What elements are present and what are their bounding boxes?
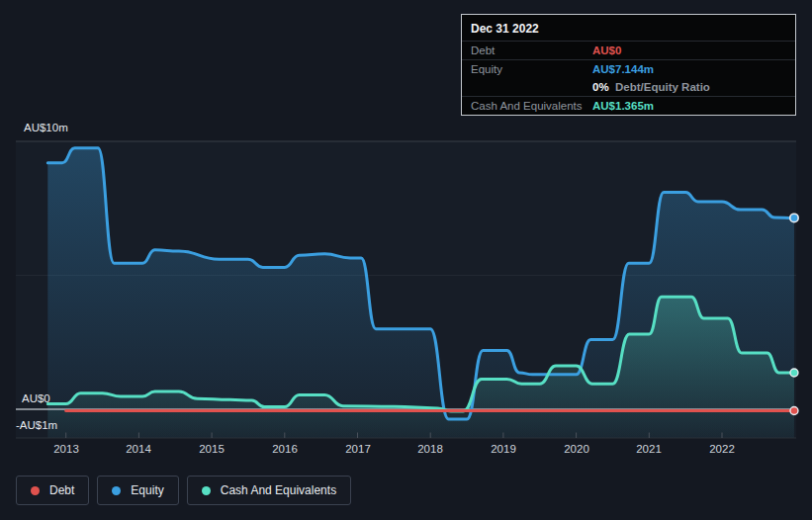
tooltip-debt-row: Debt AU$0: [462, 41, 795, 59]
legend-item-equity[interactable]: Equity: [97, 476, 178, 505]
legend-item-cash-and-equivalents[interactable]: Cash And Equivalents: [187, 476, 351, 505]
tooltip-equity-row: Equity AU$7.144m: [462, 59, 795, 78]
legend-dot-icon: [31, 486, 40, 495]
chart-legend: DebtEquityCash And Equivalents: [16, 476, 351, 505]
x-axis-label-2018: 2018: [408, 443, 452, 455]
tooltip-ratio-label: Debt/Equity Ratio: [615, 81, 710, 93]
debt-endpoint-dot: [790, 407, 798, 415]
tooltip-debt-value: AU$0: [592, 44, 621, 56]
y-axis-label-zero: AU$0: [22, 392, 50, 404]
chart-tooltip: Dec 31 2022 Debt AU$0 Equity AU$7.144m 0…: [461, 14, 796, 116]
tooltip-cash-row: Cash And Equivalents AU$1.365m: [462, 96, 795, 115]
x-axis-label-2022: 2022: [700, 443, 744, 455]
x-axis-label-2014: 2014: [117, 443, 160, 455]
x-axis-label-2021: 2021: [627, 443, 671, 455]
y-axis-label-bottom: -AU$1m: [16, 419, 57, 431]
debt-equity-history-page: AU$10m AU$0 -AU$1m 201320142015201620172…: [0, 0, 812, 520]
x-axis-label-2016: 2016: [263, 443, 307, 455]
x-axis-label-2015: 2015: [190, 443, 233, 455]
legend-label: Debt: [49, 483, 74, 497]
tooltip-debt-label: Debt: [471, 44, 592, 56]
x-axis-label-2017: 2017: [336, 443, 380, 455]
equity-endpoint-dot: [790, 214, 798, 221]
tooltip-equity-value: AU$7.144m: [592, 63, 654, 75]
legend-item-debt[interactable]: Debt: [16, 476, 89, 505]
tooltip-equity-label: Equity: [471, 63, 592, 75]
x-axis-label-2019: 2019: [482, 443, 525, 455]
tooltip-cash-value: AU$1.365m: [592, 100, 654, 112]
x-axis-label-2020: 2020: [555, 443, 598, 455]
tooltip-ratio-row: 0% Debt/Equity Ratio: [462, 78, 795, 96]
legend-dot-icon: [112, 486, 121, 495]
legend-label: Cash And Equivalents: [221, 483, 336, 497]
cash-endpoint-dot: [790, 369, 798, 377]
legend-label: Equity: [131, 483, 163, 497]
y-axis-label-top: AU$10m: [24, 122, 68, 133]
legend-dot-icon: [202, 486, 211, 495]
tooltip-ratio-value: 0% Debt/Equity Ratio: [592, 81, 710, 93]
x-axis-label-2013: 2013: [45, 443, 88, 455]
tooltip-date: Dec 31 2022: [462, 15, 795, 41]
tooltip-cash-label: Cash And Equivalents: [471, 100, 592, 112]
